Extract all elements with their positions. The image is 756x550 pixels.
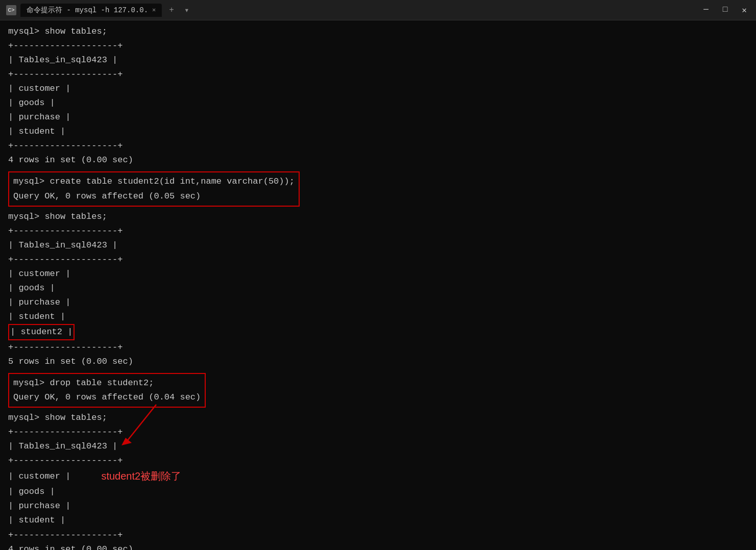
titlebar: C> 命令提示符 - mysql -h 127.0.0. ✕ + ▾ ─ □ ✕: [0, 0, 756, 20]
close-button[interactable]: ✕: [739, 5, 750, 15]
svg-marker-1: [121, 438, 132, 445]
table-row-student-1: | student |: [8, 124, 748, 139]
divider-3: +--------------------+: [8, 139, 748, 153]
table-row-customer-1: | customer |: [8, 82, 748, 96]
annotation-arrow: [115, 399, 248, 451]
header-1: | Tables_in_sql0423 |: [8, 53, 748, 67]
table-row-goods-2: | goods |: [8, 281, 748, 295]
terminal: mysql> show tables; +-------------------…: [0, 20, 756, 550]
svg-line-0: [126, 405, 156, 443]
divider-6: +--------------------+: [8, 340, 748, 355]
cmd-show-tables-2: mysql> show tables;: [8, 210, 748, 224]
dropdown-button[interactable]: ▾: [181, 5, 192, 15]
table-row-customer-2: | customer |: [8, 267, 748, 281]
app-icon: C>: [6, 5, 16, 15]
divider-1: +--------------------+: [8, 39, 748, 53]
tab-close-icon[interactable]: ✕: [152, 6, 156, 14]
create-result: Query OK, 0 rows affected (0.05 sec): [13, 189, 295, 204]
active-tab[interactable]: 命令提示符 - mysql -h 127.0.0. ✕: [20, 4, 162, 17]
annotation-text: student2被删除了: [101, 468, 181, 485]
header-2: | Tables_in_sql0423 |: [8, 238, 748, 253]
count-2: 5 rows in set (0.00 sec): [8, 355, 748, 369]
create-table-block: mysql> create table student2(id int,name…: [8, 171, 300, 206]
cmd-drop-table: mysql> drop table student2;: [13, 376, 201, 390]
divider-4: +--------------------+: [8, 224, 748, 238]
divider-5: +--------------------+: [8, 253, 748, 267]
divider-2: +--------------------+: [8, 67, 748, 82]
cmd-show-tables-1: mysql> show tables;: [8, 24, 748, 39]
new-tab-button[interactable]: +: [166, 6, 177, 15]
count-3: 4 rows in set (0.00 sec): [8, 542, 748, 550]
table-row-purchase-3: | purchase |: [8, 499, 748, 513]
window-controls: ─ □ ✕: [700, 5, 750, 15]
table-row-student-3: | student |: [8, 513, 748, 528]
maximize-button[interactable]: □: [720, 5, 731, 15]
section-show-tables-2: mysql> show tables; +-------------------…: [8, 210, 748, 369]
section-show-tables-1: mysql> show tables; +-------------------…: [8, 24, 748, 167]
table-row-purchase-2: | purchase |: [8, 295, 748, 310]
cmd-create-table: mysql> create table student2(id int,name…: [13, 174, 295, 189]
table-row-purchase-1: | purchase |: [8, 110, 748, 124]
minimize-button[interactable]: ─: [700, 5, 712, 15]
tab-label: 命令提示符 - mysql -h 127.0.0.: [27, 6, 148, 15]
table-row-student-2: | student |: [8, 310, 748, 324]
table-row-goods-1: | goods |: [8, 96, 748, 110]
table-row-goods-3: | goods |: [8, 485, 748, 499]
table-row-customer-3: | customer |: [8, 469, 70, 484]
row-customer-3-container: | customer | student2被删除了: [8, 468, 748, 485]
divider-8: +--------------------+: [8, 454, 748, 468]
divider-9: +--------------------+: [8, 528, 748, 542]
table-row-student2-wrapper: | student2 |: [8, 324, 748, 340]
count-1: 4 rows in set (0.00 sec): [8, 153, 748, 167]
table-row-student2-highlighted: | student2 |: [8, 324, 75, 340]
